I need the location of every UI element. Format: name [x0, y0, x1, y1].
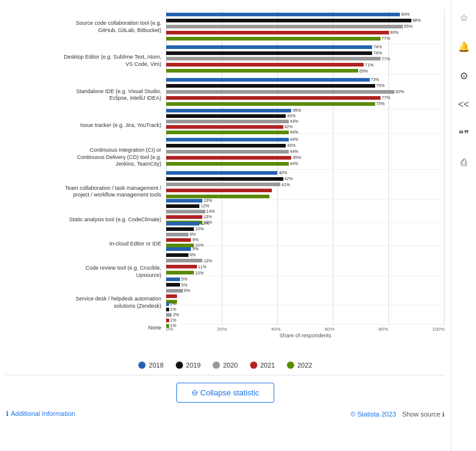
quote-icon[interactable]: ❝❞: [455, 125, 472, 142]
additional-info-link[interactable]: Additional Information: [6, 410, 75, 418]
legend-year-label: 2021: [260, 362, 275, 369]
legend-dot: [213, 362, 220, 369]
print-icon[interactable]: ⎙: [455, 154, 472, 171]
legend-year-label: 2018: [149, 362, 163, 369]
legend-dot: [138, 362, 146, 369]
statista-copyright: © Statista 2023: [350, 410, 396, 418]
legend-dot: [287, 362, 294, 369]
legend-item: 2019: [176, 362, 201, 369]
legend-item: 2021: [250, 362, 275, 369]
footer-right: © Statista 2023 Show source: [350, 410, 445, 418]
gear-icon[interactable]: ⚙: [455, 67, 472, 84]
legend-dot: [176, 362, 183, 369]
chart-container: Source code collaboration tool (e.g.GitH…: [6, 9, 445, 369]
footer: Additional Information © Statista 2023 S…: [6, 410, 445, 418]
legend-item: 2022: [287, 362, 312, 369]
legend-year-label: 2022: [297, 362, 312, 369]
collapse-button[interactable]: ⊖ Collapse statistic: [176, 383, 274, 403]
legend-item: 2020: [213, 362, 237, 369]
legend-item: 2018: [138, 362, 163, 369]
bell-icon[interactable]: 🔔: [455, 38, 472, 55]
show-source-link[interactable]: Show source: [402, 410, 445, 418]
legend-year-label: 2019: [186, 362, 201, 369]
chart-area: Source code collaboration tool (e.g.GitH…: [6, 9, 445, 357]
share-icon[interactable]: <<: [455, 96, 472, 113]
main-content: Source code collaboration tool (e.g.GitH…: [0, 0, 451, 451]
sidebar: ☆ 🔔 ⚙ << ❝❞ ⎙: [451, 0, 476, 451]
chart-legend: 20182019202020212022: [6, 362, 445, 369]
legend-dot: [250, 362, 257, 369]
star-icon[interactable]: ☆: [455, 9, 472, 26]
legend-year-label: 2020: [223, 362, 237, 369]
